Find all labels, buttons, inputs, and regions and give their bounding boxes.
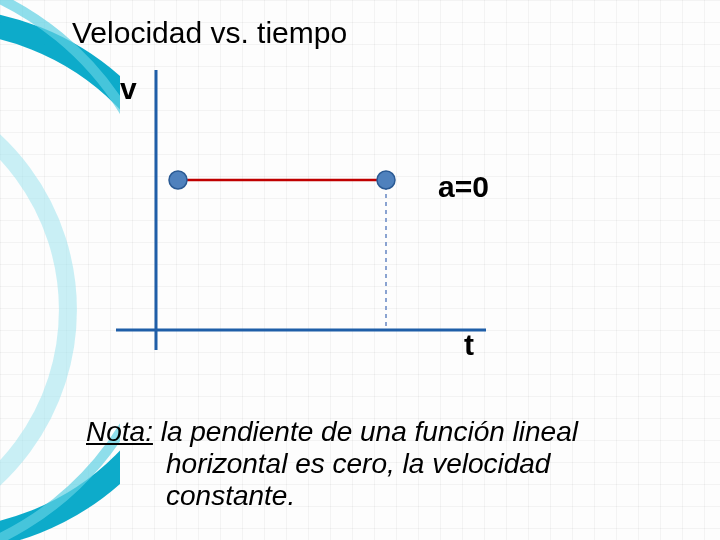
footnote-line3: constante. — [86, 480, 680, 512]
point-end — [377, 171, 395, 189]
footnote: Nota: la pendiente de una función lineal… — [86, 416, 680, 513]
slide-title: Velocidad vs. tiempo — [72, 16, 347, 50]
footnote-line1: la pendiente de una función lineal — [153, 416, 578, 447]
footnote-line2: horizontal es cero, la velocidad — [86, 448, 680, 480]
footnote-label: Nota: — [86, 416, 153, 447]
point-start — [169, 171, 187, 189]
velocity-time-chart — [116, 70, 516, 360]
